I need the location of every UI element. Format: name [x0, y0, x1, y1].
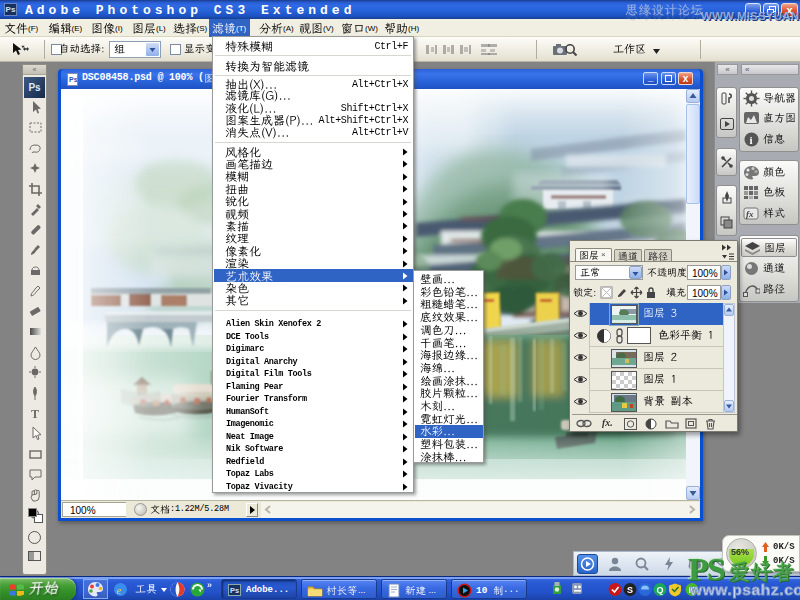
- svg-text:T: T: [31, 407, 39, 421]
- svg-text:K: K: [689, 585, 696, 595]
- svg-text:S: S: [627, 585, 633, 595]
- svg-text:e: e: [117, 584, 122, 596]
- svg-text:i: i: [750, 134, 753, 146]
- svg-text:Q: Q: [657, 585, 664, 595]
- svg-text:fx: fx: [746, 209, 754, 219]
